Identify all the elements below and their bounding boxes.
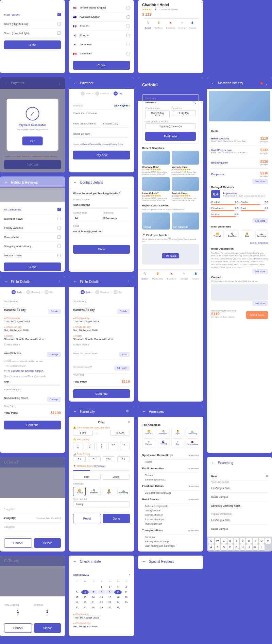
tab-top-hotel[interactable]: 🏆Top Hotel	[154, 21, 163, 29]
cancel-button[interactable]: Cancel	[4, 623, 32, 633]
select-button[interactable]: Select	[34, 538, 61, 548]
country-code-input[interactable]	[73, 215, 101, 222]
ok-button[interactable]: OK	[22, 137, 42, 146]
deal-row[interactable]: Booking.com$136per night	[211, 157, 268, 169]
radio-myself[interactable]: I'm booking for myself.	[6, 365, 27, 367]
cancel-button[interactable]: Cancel	[4, 538, 32, 548]
search-item[interactable]: Kuala Lumpur	[211, 525, 268, 533]
phone-input[interactable]	[103, 215, 130, 222]
select-button[interactable]: Select	[34, 623, 61, 633]
guest-name-input[interactable]	[4, 378, 61, 386]
key[interactable]: U	[246, 538, 252, 544]
search-icon[interactable]: 🔍	[192, 101, 196, 104]
close-button[interactable]: Close	[4, 40, 61, 49]
done-button[interactable]: Done	[73, 245, 130, 254]
pay-button[interactable]: Pay now	[73, 151, 130, 159]
back-icon[interactable]: ←	[211, 81, 215, 85]
tab-bookmark[interactable]: 🔖Bookmark	[166, 21, 175, 29]
point-filter[interactable]: 7.5 +	[103, 456, 115, 462]
category-option[interactable]: Romantic trip	[4, 233, 61, 242]
calendar-day[interactable]: 19	[73, 600, 81, 605]
done-button[interactable]: Done	[103, 514, 130, 523]
calendar-day[interactable]: 23	[106, 600, 114, 605]
lang-option[interactable]: 🇦🇺Australia English	[73, 13, 130, 22]
back-icon[interactable]: ←	[73, 279, 77, 284]
category-option[interactable]: Shopping and culinary	[4, 242, 61, 251]
terms-link[interactable]: CaHotel Terms & Conditions & Privacy Pol…	[82, 143, 123, 145]
dest-hawaii[interactable]: Hawaii	[142, 213, 170, 230]
key[interactable]: G	[234, 544, 239, 550]
calendar-day[interactable]: 11	[122, 590, 130, 594]
lang-option[interactable]: 🇨🇦Canadian	[73, 49, 130, 58]
hotel-card[interactable]: Santorini Inte$ 2.800 ★★★★★Kortevistas 5…	[172, 177, 199, 201]
key[interactable]: P	[265, 538, 271, 544]
calendar-day[interactable]: 15	[98, 595, 105, 599]
deal-row[interactable]: HotelPower.comBasic - Suit - Save More 4…	[211, 146, 268, 157]
calendar-day[interactable]: 21	[89, 600, 97, 605]
lang-option[interactable]: 🇫🇷French	[73, 22, 130, 31]
search-item[interactable]: Kuala Lumpur	[211, 493, 268, 502]
back-icon[interactable]: ←	[4, 279, 8, 284]
calendar-day[interactable]: 20	[81, 600, 89, 605]
nights-2[interactable]: 2 night(s)	[4, 516, 16, 520]
find-hotels-button[interactable]: Find hotels	[162, 253, 179, 258]
select-room-button[interactable]: Select Room	[246, 311, 268, 319]
find-hotel-button[interactable]: Find hotel	[145, 132, 196, 141]
calendar-day[interactable]: 31	[114, 605, 122, 610]
tab-search[interactable]: 🔍Search	[145, 21, 151, 29]
hotel-card[interactable]: Larva Cake NY$ 2.000 ★★★★★Kortevistas 54…	[142, 177, 170, 201]
change-button[interactable]: Change	[47, 352, 61, 357]
search-item[interactable]: Las Vegas Strip	[211, 516, 268, 525]
lang-option[interactable]: 🇯🇵Japanese	[73, 40, 130, 49]
hotel-card[interactable]: Marriotte Hotel$ 3.000 ★★★★★Kortevistas …	[172, 151, 199, 175]
category-option[interactable]: Family vacation	[4, 223, 61, 233]
amenity-filter[interactable]: 📶Free wifi	[73, 487, 86, 496]
calendar-day[interactable]: 22	[98, 600, 105, 605]
star-filter[interactable]: 5 -	[120, 442, 130, 450]
calendar-day[interactable]: 2	[106, 585, 114, 589]
back-icon[interactable]: ←	[142, 559, 146, 564]
calendar-day[interactable]: 12	[73, 595, 81, 599]
calendar-day[interactable]: 24	[114, 600, 122, 605]
calendar-day[interactable]: 16	[106, 595, 114, 599]
next-month-icon[interactable]: ›	[129, 573, 130, 576]
calendar-day[interactable]: 25	[122, 600, 130, 605]
continue-button[interactable]: Continue	[73, 389, 130, 398]
cc-input[interactable]	[73, 110, 130, 117]
name-input[interactable]	[73, 130, 130, 138]
key[interactable]: O	[259, 538, 265, 544]
guests-select[interactable]: 1 guest(s), 1 room(s)	[145, 123, 196, 129]
map[interactable]	[211, 284, 268, 301]
sort-low-high[interactable]: Score ( Low to High)	[4, 32, 29, 35]
tab-account[interactable]: 👤Account	[189, 21, 196, 29]
back-icon[interactable]: ←	[73, 559, 77, 564]
calendar-day[interactable]: 18	[122, 595, 130, 599]
nav-settings[interactable]: ⚙Settings	[181, 272, 188, 280]
calendar-day[interactable]: 28	[89, 605, 97, 610]
star-filter[interactable]: 2 ★	[85, 442, 95, 450]
add-more-button[interactable]: Add more	[114, 366, 130, 371]
checkin-select[interactable]: Thur 28 Aug 2018	[145, 110, 170, 118]
calendar-day[interactable]: 26	[73, 605, 81, 610]
key[interactable]: E	[221, 538, 227, 544]
calendar-day[interactable]: 29	[98, 605, 105, 610]
key[interactable]: K	[253, 544, 258, 550]
calendar-day[interactable]: 9	[106, 590, 114, 594]
key[interactable]: R	[227, 538, 233, 544]
bookmark-icon[interactable]: 🔖 ⋮	[259, 81, 268, 85]
type-select[interactable]: Luxury	[73, 501, 130, 507]
hotel-card[interactable]: Charlotte Hotel$ 2.000 ★★★★★Kortevistas …	[142, 151, 170, 175]
key[interactable]: T	[234, 538, 239, 544]
key[interactable]: Y	[240, 538, 246, 544]
price-min[interactable]: $ 100	[73, 430, 93, 436]
key[interactable]: Q	[208, 538, 214, 544]
calendar-day[interactable]: 14	[89, 595, 97, 599]
radio-other[interactable]: I'm booking for another person.	[6, 369, 44, 372]
nav-search[interactable]: 🔍Search	[141, 272, 148, 280]
cvv-input[interactable]	[103, 120, 130, 128]
star-filter[interactable]: 3 ★	[97, 442, 106, 450]
fill-in-button[interactable]: Fill in	[119, 352, 130, 357]
nav-booking[interactable]: 🏆My Booking	[152, 272, 163, 280]
nav-bookmark[interactable]: 🔖Bookmark	[167, 272, 176, 280]
key[interactable]: H	[240, 544, 246, 550]
